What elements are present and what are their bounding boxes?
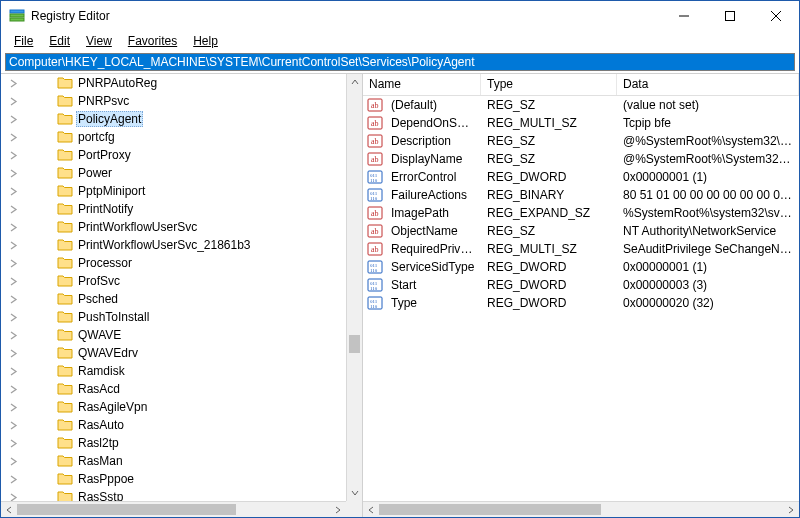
column-header-name[interactable]: Name — [363, 74, 481, 95]
value-name: Type — [385, 296, 481, 310]
scroll-thumb[interactable] — [17, 504, 236, 515]
tree-item-label: RasPppoe — [76, 472, 136, 486]
expand-icon[interactable] — [7, 347, 19, 359]
tree-list[interactable]: PNRPAutoRegPNRPsvcPolicyAgentportcfgPort… — [1, 74, 346, 501]
expand-icon[interactable] — [7, 473, 19, 485]
tree-item[interactable]: Ramdisk — [1, 362, 346, 380]
tree-item[interactable]: PrintNotify — [1, 200, 346, 218]
expand-icon[interactable] — [7, 311, 19, 323]
list-row[interactable]: ab(Default)REG_SZ(value not set) — [363, 96, 799, 114]
expand-icon[interactable] — [7, 275, 19, 287]
folder-icon — [57, 219, 73, 235]
expand-icon[interactable] — [7, 95, 19, 107]
tree-item[interactable]: Processor — [1, 254, 346, 272]
expand-icon[interactable] — [7, 401, 19, 413]
expand-icon[interactable] — [7, 329, 19, 341]
scroll-right-button[interactable] — [330, 502, 346, 517]
expand-icon[interactable] — [7, 167, 19, 179]
expand-icon[interactable] — [7, 293, 19, 305]
tree-item[interactable]: Psched — [1, 290, 346, 308]
close-button[interactable] — [753, 1, 799, 31]
list-row[interactable]: 011110ErrorControlREG_DWORD0x00000001 (1… — [363, 168, 799, 186]
list-row[interactable]: abRequiredPrivileg...REG_MULTI_SZSeAudit… — [363, 240, 799, 258]
tree-item[interactable]: QWAVEdrv — [1, 344, 346, 362]
menu-edit[interactable]: Edit — [42, 33, 77, 49]
scroll-up-button[interactable] — [347, 74, 363, 90]
tree-item[interactable]: portcfg — [1, 128, 346, 146]
expand-icon[interactable] — [7, 131, 19, 143]
titlebar[interactable]: Registry Editor — [1, 1, 799, 31]
tree-item[interactable]: Rasl2tp — [1, 434, 346, 452]
expand-icon[interactable] — [7, 455, 19, 467]
scroll-track[interactable] — [17, 502, 330, 517]
expand-icon[interactable] — [7, 221, 19, 233]
expand-icon[interactable] — [7, 203, 19, 215]
tree-item[interactable]: RasMan — [1, 452, 346, 470]
expand-icon[interactable] — [7, 365, 19, 377]
tree-item[interactable]: PortProxy — [1, 146, 346, 164]
content-area: PNRPAutoRegPNRPsvcPolicyAgentportcfgPort… — [1, 73, 799, 517]
tree-item[interactable]: ProfSvc — [1, 272, 346, 290]
minimize-button[interactable] — [661, 1, 707, 31]
list-row[interactable]: abDependOnServiceREG_MULTI_SZTcpip bfe — [363, 114, 799, 132]
tree-item[interactable]: PrintWorkflowUserSvc_21861b3 — [1, 236, 346, 254]
list-row[interactable]: abObjectNameREG_SZNT Authority\NetworkSe… — [363, 222, 799, 240]
expand-icon[interactable] — [7, 383, 19, 395]
tree-item[interactable]: PrintWorkflowUserSvc — [1, 218, 346, 236]
address-bar[interactable]: Computer\HKEY_LOCAL_MACHINE\SYSTEM\Curre… — [5, 53, 795, 71]
tree-item[interactable]: RasSstp — [1, 488, 346, 501]
scroll-left-button[interactable] — [363, 502, 379, 517]
folder-icon — [57, 435, 73, 451]
list-row[interactable]: 011110TypeREG_DWORD0x00000020 (32) — [363, 294, 799, 312]
expand-icon[interactable] — [7, 257, 19, 269]
tree-item[interactable]: RasAgileVpn — [1, 398, 346, 416]
expand-icon[interactable] — [7, 239, 19, 251]
expand-icon[interactable] — [7, 113, 19, 125]
menu-help[interactable]: Help — [186, 33, 225, 49]
list-row[interactable]: abDescriptionREG_SZ@%SystemRoot%\system3… — [363, 132, 799, 150]
maximize-button[interactable] — [707, 1, 753, 31]
expand-icon[interactable] — [7, 491, 19, 501]
scroll-down-button[interactable] — [347, 485, 363, 501]
list-row[interactable]: 011110StartREG_DWORD0x00000003 (3) — [363, 276, 799, 294]
tree-item[interactable]: PptpMiniport — [1, 182, 346, 200]
scroll-thumb[interactable] — [349, 335, 360, 353]
expand-icon[interactable] — [7, 77, 19, 89]
list-horizontal-scrollbar[interactable] — [363, 501, 799, 517]
scroll-right-button[interactable] — [783, 502, 799, 517]
scroll-track[interactable] — [347, 90, 362, 485]
tree-item[interactable]: PNRPsvc — [1, 92, 346, 110]
tree-item[interactable]: Power — [1, 164, 346, 182]
tree-item-label: Processor — [76, 256, 134, 270]
list-row[interactable]: 011110ServiceSidTypeREG_DWORD0x00000001 … — [363, 258, 799, 276]
column-header-data[interactable]: Data — [617, 74, 799, 95]
tree-item[interactable]: RasAcd — [1, 380, 346, 398]
scroll-track[interactable] — [379, 502, 783, 517]
tree-horizontal-scrollbar[interactable] — [1, 501, 346, 517]
tree-item[interactable]: RasAuto — [1, 416, 346, 434]
scroll-thumb[interactable] — [379, 504, 601, 515]
tree-item[interactable]: RasPppoe — [1, 470, 346, 488]
tree-item[interactable]: PolicyAgent — [1, 110, 346, 128]
menu-file[interactable]: File — [7, 33, 40, 49]
list-row[interactable]: 011110FailureActionsREG_BINARY80 51 01 0… — [363, 186, 799, 204]
list-row[interactable]: abDisplayNameREG_SZ@%SystemRoot%\System3… — [363, 150, 799, 168]
tree-item[interactable]: QWAVE — [1, 326, 346, 344]
folder-icon — [57, 147, 73, 163]
menu-favorites[interactable]: Favorites — [121, 33, 184, 49]
menu-view[interactable]: View — [79, 33, 119, 49]
tree-item-label: QWAVE — [76, 328, 123, 342]
tree-item[interactable]: PushToInstall — [1, 308, 346, 326]
list-body[interactable]: ab(Default)REG_SZ(value not set)abDepend… — [363, 96, 799, 312]
column-header-type[interactable]: Type — [481, 74, 617, 95]
expand-icon[interactable] — [7, 437, 19, 449]
list-row[interactable]: abImagePathREG_EXPAND_SZ%SystemRoot%\sys… — [363, 204, 799, 222]
scroll-left-button[interactable] — [1, 502, 17, 517]
expand-icon[interactable] — [7, 185, 19, 197]
tree-item[interactable]: PNRPAutoReg — [1, 74, 346, 92]
tree-vertical-scrollbar[interactable] — [346, 74, 362, 501]
folder-icon — [57, 129, 73, 145]
expand-icon[interactable] — [7, 419, 19, 431]
tree-item-label: Ramdisk — [76, 364, 127, 378]
expand-icon[interactable] — [7, 149, 19, 161]
